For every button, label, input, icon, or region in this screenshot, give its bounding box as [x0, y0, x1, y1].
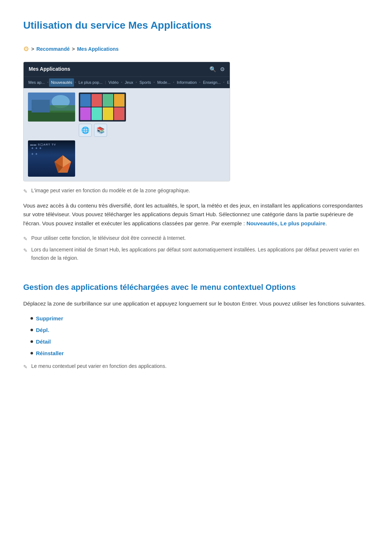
tv-screenshot: Mes Applications 🔍 ⚙ Mes ap... • Nouveau…: [23, 62, 230, 182]
tv-banner-stars: ✦ ✦ ✦✦ ✦: [31, 145, 42, 157]
menu-item-reinstaller[interactable]: Réinstaller: [36, 349, 64, 358]
list-item-depl: Dépl.: [30, 326, 369, 335]
tv-app-row-1: 🌐 📚: [28, 93, 225, 137]
bullet-dot-2: [30, 329, 33, 331]
body-text-period: .: [325, 220, 327, 226]
note-text-2: Lors du lancement initial de Smart Hub, …: [31, 246, 369, 262]
note-icon-image: ✎: [23, 187, 28, 195]
breadcrumb-separator: >: [31, 45, 34, 53]
bullet-dot-1: [30, 317, 33, 320]
tv-header-icons: 🔍 ⚙: [209, 65, 225, 74]
tv-app-row-2: ▬▬ S▢ART TV ✦ ✦ ✦✦ ✦: [28, 140, 225, 177]
menu-item-depl[interactable]: Dépl.: [36, 326, 49, 335]
tv-app-thumb-landscape[interactable]: [28, 93, 75, 122]
tv-small-apps-row: 🌐 📚: [79, 124, 126, 137]
menu-item-detail[interactable]: Détail: [36, 337, 51, 346]
menu-note-line: ✎ Le menu contextuel peut varier en fonc…: [23, 362, 369, 371]
breadcrumb-separator2: >: [72, 45, 75, 53]
bold-nouveautes: Nouveautés, Le plus populaire: [246, 220, 326, 226]
list-item-reinstaller: Réinstaller: [30, 349, 369, 358]
search-icon[interactable]: 🔍: [209, 65, 216, 74]
tv-nav-item-leplus[interactable]: Le plus pop...: [77, 78, 104, 87]
grid-cell-1: [80, 94, 91, 107]
grid-cell-7: [103, 107, 113, 120]
menu-note-text: Le menu contextuel peut varier en foncti…: [31, 362, 167, 370]
body-paragraph: Vous avez accès à du contenu très divers…: [23, 201, 369, 228]
tv-header: Mes Applications 🔍 ⚙: [24, 62, 230, 77]
grid-cell-4: [114, 94, 124, 107]
image-note-line: ✎ L'image peut varier en fonction du mod…: [23, 186, 369, 195]
tv-nav: Mes ap... • Nouveautés • Le plus pop... …: [24, 77, 230, 89]
note-icon-2: ✎: [23, 246, 28, 254]
tv-small-icon-book[interactable]: 📚: [94, 124, 107, 137]
note-line-2: ✎ Lors du lancement initial de Smart Hub…: [23, 246, 369, 262]
tv-nav-item-enfant[interactable]: Enfant: [225, 78, 230, 87]
tv-app-grid-area: 🌐 📚: [79, 93, 126, 137]
grid-cell-6: [91, 107, 102, 120]
breadcrumb: ⚙ > Recommandé > Mes Applications: [23, 44, 369, 54]
divider: [23, 265, 369, 269]
breadcrumb-current[interactable]: Mes Applications: [77, 45, 119, 53]
tv-small-icon-globe[interactable]: 🌐: [79, 124, 92, 137]
settings-icon[interactable]: ⚙: [220, 65, 225, 74]
section2-intro: Déplacez la zone de surbrillance sur une…: [23, 299, 369, 308]
note-line-1: ✎ Pour utiliser cette fonction, le télév…: [23, 234, 369, 243]
section2-title: Gestion des applications téléchargées av…: [23, 281, 369, 294]
note-icon-1: ✎: [23, 235, 28, 243]
svg-rect-4: [50, 105, 75, 112]
tv-header-title: Mes Applications: [29, 65, 70, 73]
tv-nav-item-enseign[interactable]: Enseign...: [201, 78, 222, 87]
list-item-detail: Détail: [30, 337, 369, 346]
note-text-1: Pour utiliser cette fonction, le télévis…: [31, 234, 186, 242]
tv-banner-diamond-icon: [53, 155, 73, 175]
tv-banner-smart-tv[interactable]: ▬▬ S▢ART TV ✦ ✦ ✦✦ ✦: [28, 140, 75, 177]
menu-item-supprimer[interactable]: Supprimer: [36, 314, 63, 323]
svg-rect-2: [32, 100, 50, 112]
context-menu-list: Supprimer Dépl. Détail Réinstaller: [30, 314, 369, 358]
list-item-supprimer: Supprimer: [30, 314, 369, 323]
breadcrumb-icon: ⚙: [23, 44, 29, 54]
grid-cell-5: [80, 107, 91, 120]
tv-nav-item-video[interactable]: Vidéo: [107, 78, 121, 87]
bullet-dot-4: [30, 352, 33, 354]
tv-nav-item-sports[interactable]: Sports: [138, 78, 153, 87]
breadcrumb-recommended[interactable]: Recommandé: [36, 45, 70, 53]
page-title: Utilisation du service Mes Applications: [23, 17, 369, 34]
tv-nav-item-nouveautes[interactable]: Nouveautés: [49, 78, 74, 87]
tv-nav-item-mes-ap[interactable]: Mes ap...: [26, 78, 46, 87]
tv-nav-item-mode[interactable]: Mode...: [155, 78, 172, 87]
bullet-dot-3: [30, 340, 33, 343]
tv-app-thumb-grid[interactable]: [79, 93, 126, 122]
image-note-text: L'image peut varier en fonction du modèl…: [31, 186, 190, 194]
grid-cell-3: [103, 94, 113, 107]
note-icon-menu: ✎: [23, 363, 28, 371]
grid-cell-8: [114, 107, 124, 120]
grid-cell-2: [91, 94, 102, 107]
tv-content: 🌐 📚 ▬▬ S▢ART TV ✦ ✦ ✦✦ ✦: [24, 88, 230, 181]
tv-nav-item-information[interactable]: Information: [175, 78, 199, 87]
tv-nav-item-jeux[interactable]: Jeux: [123, 78, 135, 87]
